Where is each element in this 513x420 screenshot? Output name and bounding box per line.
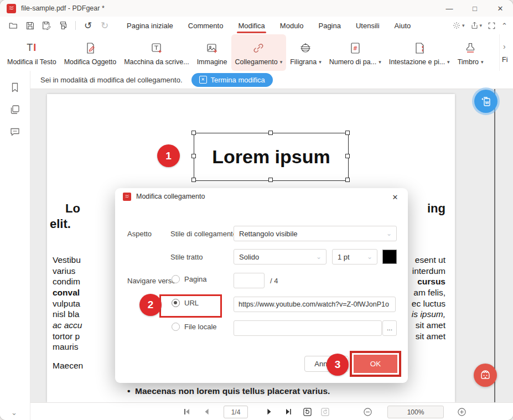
first-page-button[interactable]: [181, 406, 193, 418]
doc-text-fragment: sit amet: [416, 331, 445, 341]
spessore-select[interactable]: 1 pt ⌄: [332, 249, 377, 265]
dialog-title-bar[interactable]: Modifica collegamento ✕: [115, 188, 408, 205]
window-title: file-sample.pdf - PDFgear *: [21, 4, 105, 12]
menu-pagina-iniziale[interactable]: Pagina iniziale: [126, 19, 174, 33]
ribbon-filigrana[interactable]: Filigrana▾: [286, 34, 325, 71]
rotate-right-button[interactable]: [319, 406, 331, 418]
page-number-icon: #: [349, 40, 362, 56]
maximize-icon: □: [473, 4, 477, 13]
zoom-in-button[interactable]: [455, 406, 468, 418]
ribbon-macchina-da-scrivere[interactable]: Macchina da scrive...: [120, 34, 193, 71]
selection-handle[interactable]: [268, 178, 273, 182]
caret-down-icon: ▾: [280, 59, 283, 65]
ribbon-label: Timbro: [458, 58, 479, 66]
previous-page-button[interactable]: [201, 406, 213, 418]
selection-handle[interactable]: [345, 154, 350, 158]
zoom-out-button[interactable]: [361, 406, 374, 418]
open-file-button[interactable]: [7, 19, 20, 32]
pagina-radio-row[interactable]: Pagina: [172, 275, 206, 283]
exit-edit-icon: ✕: [199, 76, 207, 84]
ok-button[interactable]: OK: [354, 355, 397, 373]
selection-handle[interactable]: [191, 178, 196, 182]
save-button[interactable]: [23, 19, 37, 32]
stile-collegamento-select[interactable]: Rettangolo visibile ⌄: [234, 226, 397, 241]
zoom-level-box[interactable]: 100%: [387, 406, 444, 418]
navigare-verso-label: Navigare verso: [127, 277, 175, 285]
maximize-button[interactable]: □: [462, 0, 488, 17]
svg-text:W: W: [485, 100, 489, 105]
stile-tratto-select[interactable]: Solido ⌄: [234, 249, 327, 265]
menu-utensili[interactable]: Utensili: [355, 19, 381, 33]
toolbar-separator: [75, 21, 76, 30]
pages-panel-button[interactable]: [9, 103, 21, 116]
menu-modulo[interactable]: Modulo: [279, 19, 305, 33]
undo-button[interactable]: ↺: [81, 19, 95, 32]
menu-aiuto[interactable]: Aiuto: [393, 19, 412, 33]
theme-button[interactable]: ▾: [452, 21, 465, 30]
ribbon-immagine[interactable]: Immagine: [193, 34, 231, 71]
share-button[interactable]: ▾: [470, 21, 483, 30]
collapse-ribbon-button[interactable]: ⌃: [501, 22, 507, 30]
ribbon-overflow[interactable]: › Fi: [499, 34, 513, 71]
modifica-collegamento-dialog: Modifica collegamento ✕ Aspetto Stile di…: [115, 188, 408, 383]
zoom-level-value: 100%: [407, 408, 424, 416]
file-path-input[interactable]: [234, 320, 382, 336]
file-locale-radio[interactable]: [172, 323, 180, 331]
caret-down-icon: ▾: [480, 23, 483, 28]
pagina-number-input[interactable]: [234, 273, 265, 288]
close-button[interactable]: ✕: [488, 0, 513, 17]
x-mark: ✕: [201, 77, 205, 82]
ribbon-modifica-testo[interactable]: TI Modifica il Testo: [3, 34, 60, 71]
comments-panel-button[interactable]: [9, 126, 21, 138]
step-2-badge: 2: [139, 294, 162, 316]
menu-pagina[interactable]: Pagina: [317, 19, 341, 33]
selected-link-box[interactable]: Lorem ipsum: [194, 133, 349, 181]
ok-annotation-box: OK: [350, 351, 401, 377]
selection-handle[interactable]: [345, 178, 350, 182]
image-icon: [205, 40, 219, 56]
browse-button[interactable]: ...: [382, 320, 397, 336]
ribbon-label: Modifica il Testo: [7, 58, 56, 66]
file-locale-radio-row[interactable]: File locale: [172, 323, 217, 331]
redo-button[interactable]: ↻: [98, 19, 111, 32]
vertical-scrollbar[interactable]: [494, 89, 495, 402]
stroke-color-swatch[interactable]: [382, 250, 397, 264]
pages-icon: [9, 103, 21, 116]
doc-text-fragment: conval: [53, 288, 80, 298]
menu-commento[interactable]: Commento: [187, 19, 225, 33]
fullscreen-button[interactable]: [488, 22, 496, 30]
ribbon-timbro[interactable]: Timbro▾: [454, 34, 488, 71]
bookmarks-panel-button[interactable]: [9, 81, 21, 94]
rotate-left-button[interactable]: [301, 406, 313, 418]
minimize-button[interactable]: —: [437, 0, 462, 17]
ribbon-collegamento[interactable]: Collegamento▾: [231, 34, 287, 71]
print-button[interactable]: [56, 19, 70, 32]
menu-modifica[interactable]: Modifica: [237, 19, 266, 33]
ribbon-numero-pagina[interactable]: # Numero di pa...▾: [325, 34, 385, 71]
selection-handle[interactable]: [345, 131, 350, 135]
dialog-close-button[interactable]: ✕: [389, 191, 401, 203]
page-indicator[interactable]: 1/4: [224, 406, 248, 418]
assistant-mascot-button[interactable]: [474, 364, 497, 387]
sidebar-collapse-button[interactable]: ⌄: [11, 408, 17, 417]
next-page-button[interactable]: [263, 406, 275, 418]
selection-handle[interactable]: [268, 131, 273, 135]
selection-handle[interactable]: [191, 131, 196, 135]
url-input[interactable]: https://www.youtube.com/watch?v=Z-0fWJon…: [234, 297, 396, 312]
doc-text-fragment: tortor p: [53, 331, 80, 341]
pagina-radio[interactable]: [172, 275, 180, 283]
save-icon: [25, 21, 35, 30]
save-as-button[interactable]: [40, 19, 53, 32]
doc-text-fragment: is ipsum,: [412, 309, 445, 319]
selection-handle[interactable]: [191, 154, 196, 158]
ribbon-modifica-oggetto[interactable]: Modifica Oggetto: [60, 34, 121, 71]
convert-to-word-button[interactable]: W: [474, 90, 498, 113]
ribbon-intestazione[interactable]: Intestazione e pi...▾: [385, 34, 454, 71]
close-icon: ✕: [392, 193, 398, 201]
ribbon-label: Filigrana: [290, 58, 317, 66]
termina-modifica-button[interactable]: ✕ Termina modifica: [191, 73, 273, 87]
last-page-button[interactable]: [282, 406, 294, 418]
bullet-icon: •: [127, 386, 130, 396]
stile-collegamento-label: Stile di collegamento: [170, 230, 237, 238]
comment-icon: [9, 126, 21, 138]
